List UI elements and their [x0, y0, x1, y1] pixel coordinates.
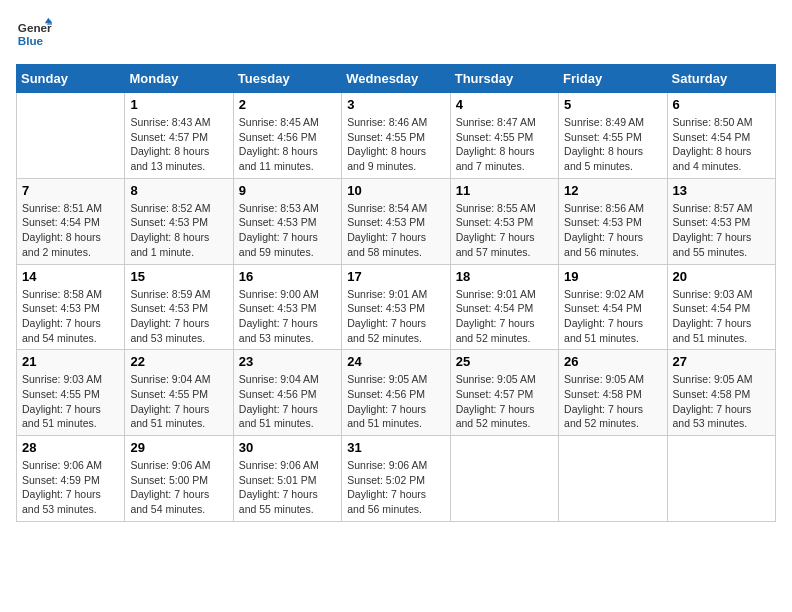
- calendar-cell: 23Sunrise: 9:04 AMSunset: 4:56 PMDayligh…: [233, 350, 341, 436]
- day-info: Sunrise: 8:46 AMSunset: 4:55 PMDaylight:…: [347, 115, 444, 174]
- calendar-cell: [559, 436, 667, 522]
- day-header-wednesday: Wednesday: [342, 65, 450, 93]
- calendar-cell: 25Sunrise: 9:05 AMSunset: 4:57 PMDayligh…: [450, 350, 558, 436]
- calendar-cell: 14Sunrise: 8:58 AMSunset: 4:53 PMDayligh…: [17, 264, 125, 350]
- day-info: Sunrise: 9:00 AMSunset: 4:53 PMDaylight:…: [239, 287, 336, 346]
- day-number: 13: [673, 183, 770, 198]
- day-info: Sunrise: 8:59 AMSunset: 4:53 PMDaylight:…: [130, 287, 227, 346]
- calendar-cell: 17Sunrise: 9:01 AMSunset: 4:53 PMDayligh…: [342, 264, 450, 350]
- day-info: Sunrise: 9:03 AMSunset: 4:54 PMDaylight:…: [673, 287, 770, 346]
- calendar-cell: 28Sunrise: 9:06 AMSunset: 4:59 PMDayligh…: [17, 436, 125, 522]
- calendar-cell: 13Sunrise: 8:57 AMSunset: 4:53 PMDayligh…: [667, 178, 775, 264]
- calendar-week-3: 14Sunrise: 8:58 AMSunset: 4:53 PMDayligh…: [17, 264, 776, 350]
- calendar-cell: [450, 436, 558, 522]
- calendar-cell: 12Sunrise: 8:56 AMSunset: 4:53 PMDayligh…: [559, 178, 667, 264]
- calendar-week-1: 1Sunrise: 8:43 AMSunset: 4:57 PMDaylight…: [17, 93, 776, 179]
- calendar-cell: 8Sunrise: 8:52 AMSunset: 4:53 PMDaylight…: [125, 178, 233, 264]
- day-info: Sunrise: 9:01 AMSunset: 4:54 PMDaylight:…: [456, 287, 553, 346]
- day-number: 28: [22, 440, 119, 455]
- day-info: Sunrise: 8:55 AMSunset: 4:53 PMDaylight:…: [456, 201, 553, 260]
- day-number: 6: [673, 97, 770, 112]
- calendar-week-5: 28Sunrise: 9:06 AMSunset: 4:59 PMDayligh…: [17, 436, 776, 522]
- calendar-cell: [667, 436, 775, 522]
- calendar-cell: 3Sunrise: 8:46 AMSunset: 4:55 PMDaylight…: [342, 93, 450, 179]
- calendar-week-4: 21Sunrise: 9:03 AMSunset: 4:55 PMDayligh…: [17, 350, 776, 436]
- calendar-cell: 27Sunrise: 9:05 AMSunset: 4:58 PMDayligh…: [667, 350, 775, 436]
- calendar-cell: 22Sunrise: 9:04 AMSunset: 4:55 PMDayligh…: [125, 350, 233, 436]
- calendar-cell: 11Sunrise: 8:55 AMSunset: 4:53 PMDayligh…: [450, 178, 558, 264]
- calendar-cell: 31Sunrise: 9:06 AMSunset: 5:02 PMDayligh…: [342, 436, 450, 522]
- day-number: 20: [673, 269, 770, 284]
- day-number: 31: [347, 440, 444, 455]
- day-number: 17: [347, 269, 444, 284]
- day-number: 30: [239, 440, 336, 455]
- calendar-cell: 9Sunrise: 8:53 AMSunset: 4:53 PMDaylight…: [233, 178, 341, 264]
- calendar-header-row: SundayMondayTuesdayWednesdayThursdayFrid…: [17, 65, 776, 93]
- calendar-cell: 6Sunrise: 8:50 AMSunset: 4:54 PMDaylight…: [667, 93, 775, 179]
- day-info: Sunrise: 8:47 AMSunset: 4:55 PMDaylight:…: [456, 115, 553, 174]
- calendar-cell: 4Sunrise: 8:47 AMSunset: 4:55 PMDaylight…: [450, 93, 558, 179]
- day-number: 9: [239, 183, 336, 198]
- day-number: 1: [130, 97, 227, 112]
- day-info: Sunrise: 8:43 AMSunset: 4:57 PMDaylight:…: [130, 115, 227, 174]
- day-info: Sunrise: 9:05 AMSunset: 4:58 PMDaylight:…: [673, 372, 770, 431]
- calendar-body: 1Sunrise: 8:43 AMSunset: 4:57 PMDaylight…: [17, 93, 776, 522]
- day-number: 3: [347, 97, 444, 112]
- day-info: Sunrise: 9:06 AMSunset: 5:01 PMDaylight:…: [239, 458, 336, 517]
- calendar-cell: 24Sunrise: 9:05 AMSunset: 4:56 PMDayligh…: [342, 350, 450, 436]
- day-info: Sunrise: 9:06 AMSunset: 4:59 PMDaylight:…: [22, 458, 119, 517]
- calendar-cell: [17, 93, 125, 179]
- calendar-cell: 20Sunrise: 9:03 AMSunset: 4:54 PMDayligh…: [667, 264, 775, 350]
- calendar-cell: 21Sunrise: 9:03 AMSunset: 4:55 PMDayligh…: [17, 350, 125, 436]
- day-number: 29: [130, 440, 227, 455]
- day-number: 2: [239, 97, 336, 112]
- day-info: Sunrise: 8:49 AMSunset: 4:55 PMDaylight:…: [564, 115, 661, 174]
- day-number: 24: [347, 354, 444, 369]
- day-header-monday: Monday: [125, 65, 233, 93]
- calendar-cell: 16Sunrise: 9:00 AMSunset: 4:53 PMDayligh…: [233, 264, 341, 350]
- day-number: 22: [130, 354, 227, 369]
- day-header-sunday: Sunday: [17, 65, 125, 93]
- day-info: Sunrise: 9:02 AMSunset: 4:54 PMDaylight:…: [564, 287, 661, 346]
- calendar-week-2: 7Sunrise: 8:51 AMSunset: 4:54 PMDaylight…: [17, 178, 776, 264]
- calendar-cell: 19Sunrise: 9:02 AMSunset: 4:54 PMDayligh…: [559, 264, 667, 350]
- day-info: Sunrise: 9:03 AMSunset: 4:55 PMDaylight:…: [22, 372, 119, 431]
- logo-icon: General Blue: [16, 16, 52, 52]
- day-number: 25: [456, 354, 553, 369]
- day-info: Sunrise: 8:51 AMSunset: 4:54 PMDaylight:…: [22, 201, 119, 260]
- day-info: Sunrise: 8:56 AMSunset: 4:53 PMDaylight:…: [564, 201, 661, 260]
- day-info: Sunrise: 8:53 AMSunset: 4:53 PMDaylight:…: [239, 201, 336, 260]
- day-info: Sunrise: 8:45 AMSunset: 4:56 PMDaylight:…: [239, 115, 336, 174]
- day-number: 10: [347, 183, 444, 198]
- calendar-cell: 10Sunrise: 8:54 AMSunset: 4:53 PMDayligh…: [342, 178, 450, 264]
- calendar-cell: 26Sunrise: 9:05 AMSunset: 4:58 PMDayligh…: [559, 350, 667, 436]
- calendar-table: SundayMondayTuesdayWednesdayThursdayFrid…: [16, 64, 776, 522]
- day-number: 14: [22, 269, 119, 284]
- day-number: 27: [673, 354, 770, 369]
- day-info: Sunrise: 9:01 AMSunset: 4:53 PMDaylight:…: [347, 287, 444, 346]
- day-number: 16: [239, 269, 336, 284]
- day-number: 19: [564, 269, 661, 284]
- day-number: 21: [22, 354, 119, 369]
- day-info: Sunrise: 8:58 AMSunset: 4:53 PMDaylight:…: [22, 287, 119, 346]
- day-number: 26: [564, 354, 661, 369]
- svg-text:Blue: Blue: [18, 34, 44, 47]
- day-info: Sunrise: 9:04 AMSunset: 4:55 PMDaylight:…: [130, 372, 227, 431]
- calendar-cell: 7Sunrise: 8:51 AMSunset: 4:54 PMDaylight…: [17, 178, 125, 264]
- calendar-cell: 18Sunrise: 9:01 AMSunset: 4:54 PMDayligh…: [450, 264, 558, 350]
- day-number: 4: [456, 97, 553, 112]
- calendar-cell: 15Sunrise: 8:59 AMSunset: 4:53 PMDayligh…: [125, 264, 233, 350]
- day-number: 5: [564, 97, 661, 112]
- day-info: Sunrise: 8:54 AMSunset: 4:53 PMDaylight:…: [347, 201, 444, 260]
- calendar-cell: 5Sunrise: 8:49 AMSunset: 4:55 PMDaylight…: [559, 93, 667, 179]
- day-number: 7: [22, 183, 119, 198]
- calendar-cell: 1Sunrise: 8:43 AMSunset: 4:57 PMDaylight…: [125, 93, 233, 179]
- day-number: 18: [456, 269, 553, 284]
- day-header-tuesday: Tuesday: [233, 65, 341, 93]
- day-info: Sunrise: 9:04 AMSunset: 4:56 PMDaylight:…: [239, 372, 336, 431]
- day-info: Sunrise: 9:05 AMSunset: 4:56 PMDaylight:…: [347, 372, 444, 431]
- header: General Blue: [16, 16, 776, 52]
- day-number: 8: [130, 183, 227, 198]
- day-info: Sunrise: 9:06 AMSunset: 5:00 PMDaylight:…: [130, 458, 227, 517]
- day-header-thursday: Thursday: [450, 65, 558, 93]
